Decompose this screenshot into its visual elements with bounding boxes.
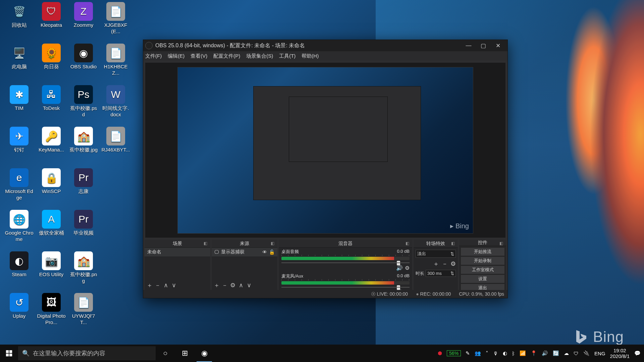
obs-window: OBS 25.0.8 (64-bit, windows) - 配置文件: 未命名… xyxy=(143,40,508,298)
desktop-icon[interactable]: Ps蕉中校徽.psd xyxy=(69,85,98,118)
desktop-icon[interactable]: 🌐Google Chrome xyxy=(5,210,34,243)
menu-item[interactable]: 查看(V) xyxy=(191,53,207,59)
control-button[interactable]: 工作室模式 xyxy=(461,265,505,274)
desktop-icon[interactable]: Pr毕业视频 xyxy=(69,210,98,236)
popout-icon[interactable]: ◧ xyxy=(204,241,209,246)
desktop-icon[interactable]: ↺Uplay xyxy=(5,293,34,319)
desktop-icon[interactable]: eMicrosoft Edge xyxy=(5,168,34,201)
desktop-icon[interactable]: ◉OBS Studio xyxy=(69,44,98,70)
desktop-icon[interactable]: ZZoommy xyxy=(69,2,98,28)
desktop-icon[interactable]: A傲软全家桶 xyxy=(37,210,66,236)
desktop-icon[interactable]: 🏫蕉中校徽.png xyxy=(69,251,98,284)
taskbar-clock[interactable]: 19:02 2020/8/1 xyxy=(610,348,630,359)
desktop-icon[interactable]: 📄XJGEBXF(E... xyxy=(101,2,130,35)
tray-volume-icon[interactable]: 🔊 xyxy=(542,350,548,356)
tray-security-icon[interactable]: 🛡 xyxy=(574,351,579,356)
tray-mic-icon[interactable]: 🎙 xyxy=(493,351,498,356)
menu-item[interactable]: 配置文件(P) xyxy=(213,53,240,59)
up-icon[interactable]: ∧ xyxy=(163,282,169,289)
speaker-icon[interactable]: 🔊 xyxy=(396,265,403,271)
desktop-icon[interactable]: Pr志康 xyxy=(69,168,98,195)
settings-icon[interactable]: ⚙ xyxy=(450,260,456,267)
menu-item[interactable]: 编辑(E) xyxy=(168,53,184,59)
start-button[interactable] xyxy=(0,345,18,362)
add-icon[interactable]: ＋ xyxy=(433,260,439,268)
scene-item[interactable]: 未命名 xyxy=(145,248,210,256)
up-icon[interactable]: ∧ xyxy=(238,282,244,289)
remove-icon[interactable]: － xyxy=(442,260,448,268)
control-button[interactable]: 开始推流 xyxy=(461,247,505,256)
desktop-icon[interactable]: 🛡Kleopatra xyxy=(37,2,66,28)
desktop-icon[interactable]: 📄H1KHBCEZ... xyxy=(101,44,130,76)
tray-chevron-icon[interactable]: ˄ xyxy=(486,350,488,356)
tray-location-icon[interactable]: 📍 xyxy=(531,350,537,356)
desktop-icon[interactable]: 📄UYWJQl'7T... xyxy=(69,293,98,326)
volume-slider[interactable] xyxy=(281,261,410,265)
volume-slider[interactable] xyxy=(281,285,410,289)
tray-pen-icon[interactable]: ✎ xyxy=(466,350,470,356)
tray-bluetooth-icon[interactable]: ᛒ xyxy=(512,351,515,356)
desktop-icon[interactable]: 🗑️回收站 xyxy=(5,2,34,28)
cortana-button[interactable]: ○ xyxy=(156,345,175,362)
tray-onedrive-icon[interactable]: ☁ xyxy=(564,350,569,356)
maximize-button[interactable]: ▢ xyxy=(476,41,491,50)
transition-select[interactable]: 淡出⇅ xyxy=(416,250,456,258)
add-icon[interactable]: ＋ xyxy=(147,281,153,289)
tray-sync-icon[interactable]: 🔄 xyxy=(553,350,559,356)
mixer-track: 桌面音频0.0 dB🔊⚙ xyxy=(279,248,412,272)
close-button[interactable]: ✕ xyxy=(491,41,505,50)
settings-icon[interactable]: ⚙ xyxy=(230,282,236,289)
visibility-icon[interactable]: 👁 xyxy=(262,249,267,255)
tray-power-icon[interactable]: 🔌 xyxy=(583,350,590,356)
duration-label: 时长 xyxy=(416,270,424,277)
popout-icon[interactable]: ◧ xyxy=(451,241,457,246)
desktop-icon[interactable]: ◐Steam xyxy=(5,251,34,278)
popout-icon[interactable]: ◧ xyxy=(499,241,505,246)
tray-steam-icon[interactable]: ◐ xyxy=(503,350,507,356)
down-icon[interactable]: ∨ xyxy=(171,282,177,289)
control-button[interactable]: 开始录制 xyxy=(461,256,505,265)
tray-wifi-icon[interactable]: 📶 xyxy=(520,350,526,356)
battery-indicator[interactable]: 56% xyxy=(447,350,461,356)
desktop-icon[interactable]: 🖥️此电脑 xyxy=(5,44,34,70)
desktop-icon[interactable]: 🔑KeyMana... xyxy=(37,127,66,153)
lock-icon[interactable]: 🔓 xyxy=(269,249,275,255)
search-box[interactable]: 🔍 在这里输入你要搜索的内容 xyxy=(18,346,156,360)
taskbar-obs[interactable]: ◉ xyxy=(195,345,214,362)
tray-app-icon[interactable]: ⬢ xyxy=(438,350,442,356)
titlebar[interactable]: OBS 25.0.8 (64-bit, windows) - 配置文件: 未命名… xyxy=(143,40,507,51)
desktop-icon[interactable]: 🖼Digital Photo Pro... xyxy=(37,293,66,326)
task-view-button[interactable]: ⊞ xyxy=(175,345,195,362)
desktop-icon[interactable]: 🌻向日葵 xyxy=(37,44,66,70)
menu-item[interactable]: 文件(F) xyxy=(145,53,162,59)
menu-item[interactable]: 工具(T) xyxy=(279,53,296,59)
control-button[interactable]: 设置 xyxy=(461,275,505,283)
settings-icon[interactable]: ⚙ xyxy=(405,265,410,271)
desktop-icon[interactable]: 🏫蕉中校徽.jpg xyxy=(69,127,98,153)
minimize-button[interactable]: — xyxy=(461,41,476,50)
popout-icon[interactable]: ◧ xyxy=(406,241,411,246)
menu-item[interactable]: 帮助(H) xyxy=(302,53,319,59)
remove-icon[interactable]: － xyxy=(222,281,228,289)
notifications-button[interactable]: 💬 xyxy=(634,350,641,356)
desktop-icon[interactable]: 📷EOS Utility xyxy=(37,251,66,278)
desktop-icon[interactable]: ✱TIM xyxy=(5,85,34,112)
add-icon[interactable]: ＋ xyxy=(214,281,220,289)
menu-item[interactable]: 场景集合(S) xyxy=(246,53,273,59)
down-icon[interactable]: ∨ xyxy=(246,282,252,289)
svg-rect-1 xyxy=(9,350,12,353)
duration-input[interactable]: 300 ms⇅ xyxy=(426,270,456,277)
desktop-icon[interactable]: W时间线文字.docx xyxy=(101,85,130,118)
preview-canvas: ▸ Bing xyxy=(178,67,473,233)
desktop-icon[interactable]: 🔒WinSCP xyxy=(37,168,66,195)
source-item[interactable]: 🖵 显示器捕获 👁 🔓 xyxy=(212,248,277,256)
mixer-track: 麦克风/Aux0.0 dB🔊⚙ xyxy=(279,272,412,290)
desktop-icon[interactable]: 🖧ToDesk xyxy=(37,85,66,112)
desktop-icon[interactable]: ✈钉钉 xyxy=(5,127,34,153)
tray-lang[interactable]: ENG xyxy=(594,351,605,356)
preview-area[interactable]: ▸ Bing xyxy=(145,63,505,238)
popout-icon[interactable]: ◧ xyxy=(271,241,276,246)
remove-icon[interactable]: － xyxy=(155,281,161,289)
tray-people-icon[interactable]: 👥 xyxy=(475,350,481,356)
desktop-icon[interactable]: 📄RJ46XBYT... xyxy=(101,127,130,153)
